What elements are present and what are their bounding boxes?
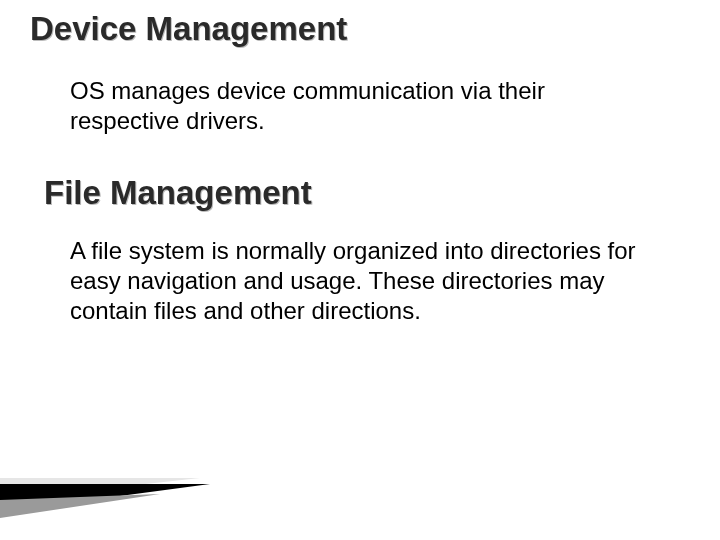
- svg-marker-2: [0, 494, 160, 518]
- corner-wedge-decoration: [0, 454, 220, 518]
- section-heading-device-management: Device Management: [30, 10, 690, 48]
- svg-marker-1: [0, 484, 210, 512]
- section-body-device-management: OS manages device communication via thei…: [70, 76, 650, 136]
- svg-marker-0: [0, 478, 200, 500]
- section-heading-file-management: File Management: [44, 174, 690, 212]
- slide: Device Management OS manages device comm…: [0, 0, 720, 540]
- section-body-file-management: A file system is normally organized into…: [70, 236, 650, 326]
